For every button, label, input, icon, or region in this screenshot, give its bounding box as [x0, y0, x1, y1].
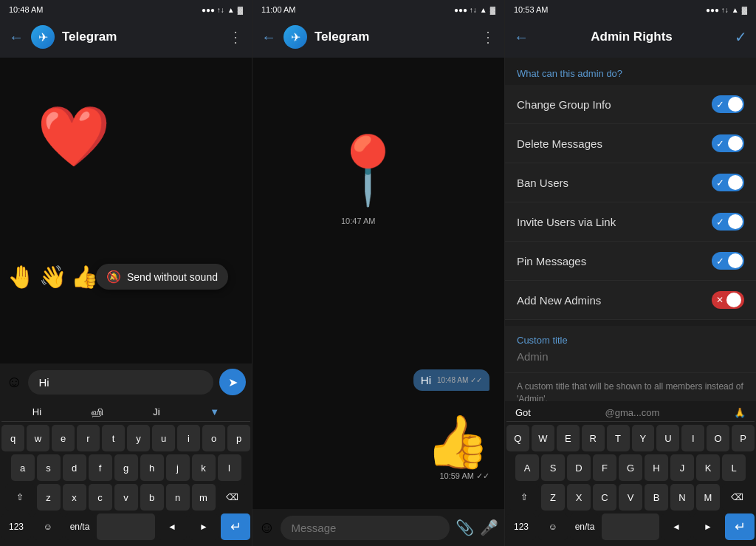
key-N[interactable]: N — [670, 484, 694, 511]
key-numbers-3[interactable]: 123 — [506, 513, 536, 540]
key-L[interactable]: L — [722, 454, 746, 481]
key-X[interactable]: X — [567, 484, 591, 511]
key-m[interactable]: m — [192, 484, 216, 511]
key-lang-3[interactable]: en/ta — [570, 513, 599, 540]
key-prev-3[interactable]: ◄ — [662, 513, 691, 540]
message-input-1[interactable] — [28, 370, 213, 395]
key-numbers[interactable]: 123 — [1, 513, 31, 540]
key-F[interactable]: F — [593, 454, 616, 481]
key-E[interactable]: E — [557, 425, 580, 451]
key-del-3[interactable]: ⌫ — [722, 484, 752, 511]
key-q[interactable]: q — [1, 425, 24, 451]
key-K[interactable]: K — [696, 454, 720, 481]
key-lang[interactable]: en/ta — [65, 513, 94, 540]
key-k[interactable]: k — [192, 454, 216, 481]
suggest-ji[interactable]: Ji — [153, 406, 159, 418]
suggest-hi[interactable]: Hi — [32, 406, 41, 418]
suggest-tamil[interactable]: ஹி — [92, 406, 103, 418]
suggest-email[interactable]: @gma...com — [605, 407, 660, 418]
toggle-delete-messages[interactable] — [712, 134, 744, 152]
back-button-3[interactable]: ← — [514, 29, 529, 46]
key-Y[interactable]: Y — [632, 425, 655, 451]
key-H[interactable]: H — [645, 454, 668, 481]
key-space[interactable] — [97, 513, 155, 540]
key-w[interactable]: w — [27, 425, 49, 451]
key-e[interactable]: e — [52, 425, 75, 451]
confirm-button[interactable]: ✓ — [735, 28, 747, 46]
key-v[interactable]: v — [114, 484, 138, 511]
toggle-pin-messages[interactable] — [712, 252, 744, 270]
toggle-invite-users[interactable] — [712, 213, 744, 231]
suggest-arrow[interactable]: ▼ — [210, 406, 219, 418]
emoji-button-1[interactable]: ☺ — [6, 372, 22, 392]
key-next[interactable]: ► — [189, 513, 219, 540]
key-M[interactable]: M — [696, 484, 720, 511]
key-shift[interactable]: ⇧ — [5, 484, 35, 511]
key-D[interactable]: D — [567, 454, 591, 481]
key-C[interactable]: C — [593, 484, 616, 511]
suggest-got[interactable]: Got — [515, 407, 531, 418]
wifi-icon: ▲ — [227, 6, 235, 14]
key-T[interactable]: T — [607, 425, 630, 451]
key-A[interactable]: A — [515, 454, 539, 481]
menu-button-2[interactable]: ⋮ — [481, 28, 495, 46]
keyboard-suggest-1: Hi ஹி Ji ▼ — [1, 403, 250, 422]
key-i[interactable]: i — [177, 425, 200, 451]
key-Z[interactable]: Z — [541, 484, 565, 511]
key-j[interactable]: j — [166, 454, 190, 481]
key-h[interactable]: h — [140, 454, 164, 481]
key-J[interactable]: J — [670, 454, 694, 481]
key-O[interactable]: O — [707, 425, 729, 451]
key-R[interactable]: R — [582, 425, 605, 451]
key-I[interactable]: I — [681, 425, 704, 451]
key-next-3[interactable]: ► — [693, 513, 723, 540]
key-b[interactable]: b — [140, 484, 164, 511]
menu-button-1[interactable]: ⋮ — [228, 28, 243, 46]
send-button-1[interactable]: ➤ — [219, 369, 246, 395]
toggle-ban-users[interactable] — [712, 174, 744, 191]
key-x[interactable]: x — [63, 484, 86, 511]
key-n[interactable]: n — [166, 484, 190, 511]
key-l[interactable]: l — [218, 454, 241, 481]
back-button-1[interactable]: ← — [9, 29, 24, 46]
key-W[interactable]: W — [532, 425, 554, 451]
attach-icon[interactable]: 📎 — [456, 519, 474, 536]
key-z[interactable]: z — [37, 484, 61, 511]
key-o[interactable]: o — [202, 425, 225, 451]
key-G[interactable]: G — [619, 454, 642, 481]
toggle-change-group-info[interactable] — [712, 95, 744, 113]
back-button-2[interactable]: ← — [261, 29, 276, 46]
key-enter-3[interactable]: ↵ — [725, 513, 755, 540]
key-prev[interactable]: ◄ — [157, 513, 187, 540]
message-input-2[interactable] — [281, 516, 450, 540]
key-a[interactable]: a — [11, 454, 35, 481]
key-g[interactable]: g — [114, 454, 138, 481]
key-c[interactable]: c — [89, 484, 112, 511]
key-B[interactable]: B — [645, 484, 668, 511]
key-shift-3[interactable]: ⇧ — [509, 484, 539, 511]
key-t[interactable]: t — [102, 425, 125, 451]
key-emoji[interactable]: ☺ — [33, 513, 63, 540]
key-p[interactable]: p — [227, 425, 250, 451]
key-del[interactable]: ⌫ — [218, 484, 247, 511]
suggest-pray[interactable]: 🙏 — [734, 407, 746, 418]
key-y[interactable]: y — [127, 425, 150, 451]
key-emoji-3[interactable]: ☺ — [538, 513, 568, 540]
key-U[interactable]: U — [656, 425, 679, 451]
emoji-button-2[interactable]: ☺ — [258, 518, 275, 537]
mic-icon[interactable]: 🎤 — [480, 519, 498, 536]
key-S[interactable]: S — [541, 454, 565, 481]
key-r[interactable]: r — [77, 425, 100, 451]
key-space-3[interactable] — [602, 513, 659, 540]
send-tooltip[interactable]: 🔕 Send without sound — [96, 264, 228, 290]
key-Q[interactable]: Q — [506, 425, 529, 451]
toggle-add-admins[interactable] — [712, 291, 744, 309]
key-d[interactable]: d — [63, 454, 86, 481]
key-V[interactable]: V — [619, 484, 642, 511]
key-P[interactable]: P — [732, 425, 755, 451]
key-u[interactable]: u — [152, 425, 175, 451]
key-s[interactable]: s — [37, 454, 61, 481]
custom-title-input[interactable] — [517, 350, 744, 363]
key-enter[interactable]: ↵ — [221, 513, 250, 540]
key-f[interactable]: f — [89, 454, 112, 481]
